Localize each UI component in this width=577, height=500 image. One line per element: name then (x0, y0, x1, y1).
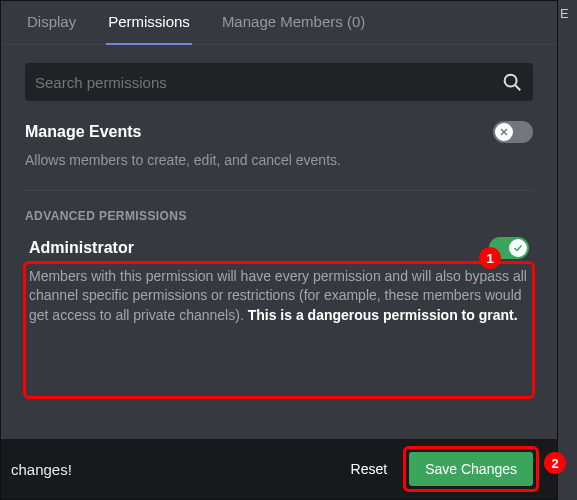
tab-permissions[interactable]: Permissions (106, 13, 192, 44)
perm-title: Manage Events (25, 123, 141, 141)
svg-line-1 (515, 85, 520, 90)
tab-display[interactable]: Display (25, 13, 78, 44)
annotation-badge-1: 1 (479, 247, 501, 269)
permissions-panel: Display Permissions Manage Members (0) M… (0, 0, 558, 500)
perm-title: Administrator (29, 239, 134, 257)
toggle-knob (495, 123, 513, 141)
section-advanced-permissions: ADVANCED PERMISSIONS (25, 209, 533, 223)
toggle-knob (509, 239, 527, 257)
reset-button[interactable]: Reset (351, 461, 388, 477)
perm-description-danger: This is a dangerous permission to grant. (248, 307, 518, 323)
perm-manage-events: Manage Events Allows members to create, … (25, 121, 533, 170)
tab-manage-members[interactable]: Manage Members (0) (220, 13, 367, 44)
perm-description: Members with this permission will have e… (29, 267, 529, 326)
perm-description: Allows members to create, edit, and canc… (25, 151, 533, 170)
x-icon (498, 126, 510, 138)
toggle-manage-events[interactable] (493, 121, 533, 143)
divider (25, 190, 533, 191)
check-icon (512, 242, 524, 254)
search-icon (501, 71, 523, 93)
tab-bar: Display Permissions Manage Members (0) (1, 1, 557, 45)
unsaved-text: changes! (11, 461, 351, 478)
annotation-badge-2: 2 (544, 452, 566, 474)
search-input[interactable] (35, 74, 501, 91)
perm-administrator: Administrator Members with this permissi… (25, 227, 533, 330)
unsaved-changes-bar: changes! Reset Save Changes (1, 439, 557, 499)
cropped-text: E (560, 6, 569, 21)
save-changes-button[interactable]: Save Changes (409, 452, 533, 486)
annotation-box-2: Save Changes (403, 446, 539, 492)
svg-point-0 (505, 75, 517, 87)
search-bar[interactable] (25, 63, 533, 101)
